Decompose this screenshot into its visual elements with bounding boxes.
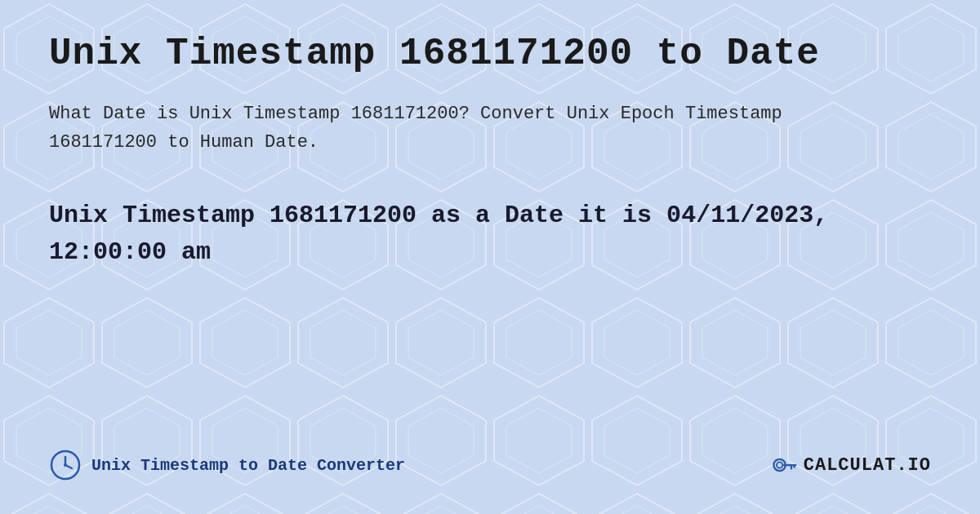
calculat-logo[interactable]: CALCULAT.IO bbox=[769, 450, 931, 480]
calculator-icon bbox=[769, 450, 799, 480]
svg-point-8 bbox=[777, 462, 782, 467]
footer-link[interactable]: Unix Timestamp to Date Converter bbox=[49, 449, 405, 481]
calculat-brand-text: CALCULAT.IO bbox=[804, 455, 931, 476]
conversion-result: Unix Timestamp 1681171200 as a Date it i… bbox=[49, 197, 849, 271]
footer-link-text: Unix Timestamp to Date Converter bbox=[91, 456, 405, 475]
clock-icon bbox=[49, 449, 82, 481]
page-title: Unix Timestamp 1681171200 to Date bbox=[49, 33, 931, 75]
svg-point-6 bbox=[64, 463, 67, 467]
page-description: What Date is Unix Timestamp 1681171200? … bbox=[49, 100, 784, 157]
